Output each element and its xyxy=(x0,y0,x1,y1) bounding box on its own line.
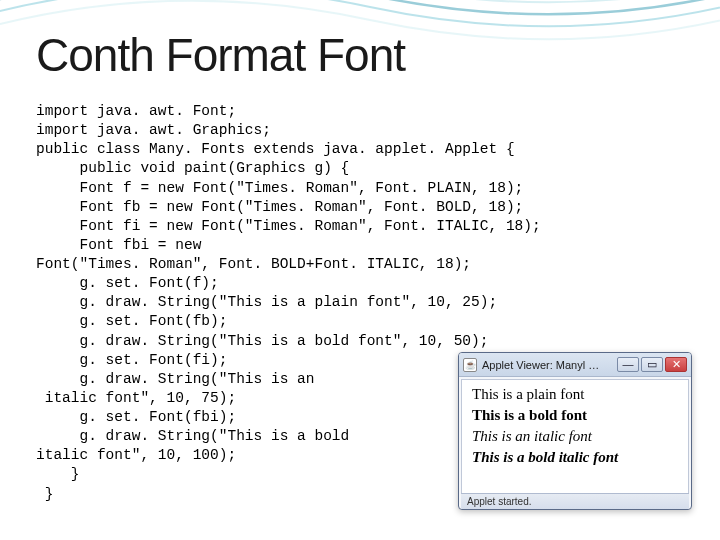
applet-text-italic: This is an italic font xyxy=(472,428,680,445)
close-button[interactable]: ✕ xyxy=(665,357,687,372)
applet-text-bold-italic: This is a bold italic font xyxy=(472,449,680,466)
applet-titlebar: ☕ Applet Viewer: Manyl … — ▭ ✕ xyxy=(459,353,691,377)
applet-viewer-window: ☕ Applet Viewer: Manyl … — ▭ ✕ This is a… xyxy=(458,352,692,510)
maximize-button[interactable]: ▭ xyxy=(641,357,663,372)
applet-text-bold: This is a bold font xyxy=(472,407,680,424)
applet-window-title: Applet Viewer: Manyl … xyxy=(482,359,615,371)
minimize-button[interactable]: — xyxy=(617,357,639,372)
applet-text-plain: This is a plain font xyxy=(472,386,680,403)
slide-title: Conth Format Font xyxy=(36,28,405,82)
applet-canvas: This is a plain font This is a bold font… xyxy=(461,379,689,495)
java-icon: ☕ xyxy=(463,358,477,372)
applet-statusbar: Applet started. xyxy=(461,493,689,509)
